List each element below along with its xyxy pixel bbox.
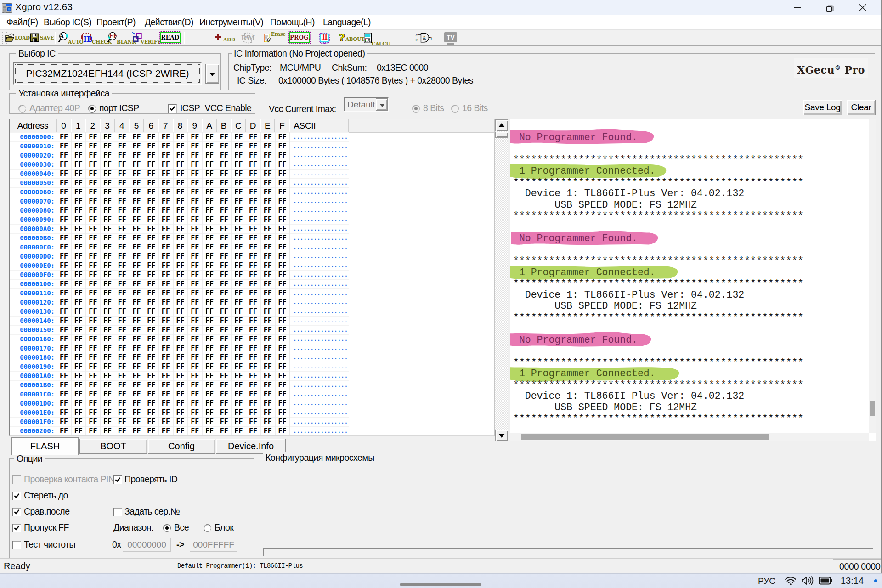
- vcc-imax-dropdown-button[interactable]: [376, 98, 388, 111]
- verify-after-checkbox[interactable]: [12, 508, 21, 516]
- vcc-imax-combo[interactable]: Default: [344, 97, 389, 112]
- hex-row[interactable]: 000000A0:FFFFFFFFFFFFFFFFFFFFFFFFFFFFFFF…: [10, 224, 494, 233]
- hex-col-header-D[interactable]: D: [246, 119, 260, 132]
- hex-col-header-5[interactable]: 5: [130, 119, 144, 132]
- check-id-checkbox[interactable]: [113, 475, 122, 484]
- hex-row[interactable]: 000001A0:FFFFFFFFFFFFFFFFFFFFFFFFFFFFFFF…: [10, 371, 494, 380]
- hex-row[interactable]: 00000000:FFFFFFFFFFFFFFFFFFFFFFFFFFFFFFF…: [10, 132, 494, 141]
- hex-row[interactable]: 000001F0:FFFFFFFFFFFFFFFFFFFFFFFFFFFFFFF…: [10, 417, 494, 426]
- log-vscrollbar-thumb[interactable]: [870, 401, 875, 416]
- hex-col-header-2[interactable]: 2: [85, 119, 100, 132]
- hex-col-header-8[interactable]: 8: [173, 119, 188, 132]
- hex-scroll-up-button[interactable]: [495, 119, 508, 131]
- log-panel[interactable]: No Programmer Found. *******************…: [510, 119, 876, 441]
- hex-row[interactable]: 00000020:FFFFFFFFFFFFFFFFFFFFFFFFFFFFFFF…: [10, 151, 494, 160]
- hex-scrollbar-track[interactable]: [495, 131, 508, 430]
- erase-before-checkbox[interactable]: [12, 492, 21, 500]
- menu-select-ic[interactable]: Выбор IC(S): [44, 15, 91, 29]
- hex-col-header-6[interactable]: 6: [144, 119, 158, 132]
- hex-col-header-1[interactable]: 1: [71, 119, 86, 132]
- hex-row[interactable]: 000000E0:FFFFFFFFFFFFFFFFFFFFFFFFFFFFFFF…: [10, 261, 494, 270]
- ic-select-combo[interactable]: PIC32MZ1024EFH144 (ICSP-2WIRE): [13, 62, 202, 85]
- clear-button[interactable]: Clear: [847, 100, 876, 115]
- hex-row[interactable]: 00000140:FFFFFFFFFFFFFFFFFFFFFFFFFFFFFFF…: [10, 316, 494, 325]
- range-all-radio[interactable]: [163, 524, 171, 532]
- hex-col-header-7[interactable]: 7: [158, 119, 173, 132]
- menu-project[interactable]: Проект(P): [96, 15, 136, 29]
- hex-row[interactable]: 00000100:FFFFFFFFFFFFFFFFFFFFFFFFFFFFFFF…: [10, 279, 494, 288]
- skip-ff-checkbox[interactable]: [12, 524, 21, 532]
- battery-icon[interactable]: [819, 576, 832, 585]
- minimize-button[interactable]: [783, 0, 811, 15]
- tab-flash[interactable]: FLASH: [11, 437, 79, 455]
- hex-row[interactable]: 00000130:FFFFFFFFFFFFFFFFFFFFFFFFFFFFFFF…: [10, 307, 494, 316]
- range-to-field[interactable]: 000FFFFF: [190, 538, 237, 552]
- menu-tools[interactable]: Инструменты(V): [199, 15, 263, 29]
- hex-col-header-9[interactable]: 9: [187, 119, 202, 132]
- serial-checkbox[interactable]: [113, 508, 122, 516]
- hex-col-header-F[interactable]: F: [275, 119, 290, 132]
- icsp-vcc-checkbox[interactable]: [168, 104, 177, 113]
- volume-icon[interactable]: [801, 576, 814, 586]
- icsp-port-radio[interactable]: [88, 105, 96, 113]
- menu-language[interactable]: Language(L): [323, 15, 371, 29]
- prog-button[interactable]: PROG.: [289, 32, 310, 43]
- hex-row[interactable]: 00000040:FFFFFFFFFFFFFFFFFFFFFFFFFFFFFFF…: [10, 169, 494, 178]
- tab-device-info[interactable]: Device.Info: [216, 439, 286, 454]
- hex-row[interactable]: 00000080:FFFFFFFFFFFFFFFFFFFFFFFFFFFFFFF…: [10, 206, 494, 215]
- menu-file[interactable]: Файл(F): [6, 15, 38, 29]
- save-log-button[interactable]: Save Log: [803, 100, 842, 115]
- taskbar-handle[interactable]: [400, 583, 481, 586]
- hex-row[interactable]: 00000120:FFFFFFFFFFFFFFFFFFFFFFFFFFFFFFF…: [10, 298, 494, 307]
- hex-row[interactable]: 00000190:FFFFFFFFFFFFFFFFFFFFFFFFFFFFFFF…: [10, 362, 494, 371]
- hex-row[interactable]: 00000070:FFFFFFFFFFFFFFFFFFFFFFFFFFFFFFF…: [10, 197, 494, 206]
- clean-test-checkbox[interactable]: [12, 541, 21, 549]
- hex-row[interactable]: 000000B0:FFFFFFFFFFFFFFFFFFFFFFFFFFFFFFF…: [10, 233, 494, 243]
- wifi-icon[interactable]: [785, 576, 797, 586]
- hex-col-header-0[interactable]: 0: [57, 119, 71, 132]
- hex-row[interactable]: 00000180:FFFFFFFFFFFFFFFFFFFFFFFFFFFFFFF…: [10, 353, 494, 362]
- hex-row[interactable]: 000000D0:FFFFFFFFFFFFFFFFFFFFFFFFFFFFFFF…: [10, 252, 494, 261]
- hex-col-header-4[interactable]: 4: [115, 119, 130, 132]
- hex-row[interactable]: 00000030:FFFFFFFFFFFFFFFFFFFFFFFFFFFFFFF…: [10, 160, 494, 169]
- tab-boot[interactable]: BOOT: [79, 439, 147, 454]
- hex-col-header-3[interactable]: 3: [100, 119, 115, 132]
- log-vscrollbar[interactable]: [869, 119, 876, 433]
- hex-col-header-C[interactable]: C: [231, 119, 246, 132]
- hex-row[interactable]: 000001B0:FFFFFFFFFFFFFFFFFFFFFFFFFFFFFFF…: [10, 380, 494, 390]
- hex-row[interactable]: 000001D0:FFFFFFFFFFFFFFFFFFFFFFFFFFFFFFF…: [10, 399, 494, 408]
- hex-table-body[interactable]: 00000000:FFFFFFFFFFFFFFFFFFFFFFFFFFFFFFF…: [10, 132, 494, 435]
- hex-row[interactable]: 00000170:FFFFFFFFFFFFFFFFFFFFFFFFFFFFFFF…: [10, 344, 494, 353]
- hex-row[interactable]: 00000160:FFFFFFFFFFFFFFFFFFFFFFFFFFFFFFF…: [10, 334, 494, 344]
- hex-row[interactable]: 00000200:FFFFFFFFFFFFFFFFFFFFFFFFFFFFFFF…: [10, 426, 494, 435]
- hex-row[interactable]: 00000060:FFFFFFFFFFFFFFFFFFFFFFFFFFFFFFF…: [10, 187, 494, 197]
- maximize-button[interactable]: [816, 0, 844, 15]
- menu-help[interactable]: Помощь(H): [270, 15, 315, 29]
- range-from-field[interactable]: 00000000: [123, 538, 171, 552]
- hex-row[interactable]: 00000050:FFFFFFFFFFFFFFFFFFFFFFFFFFFFFFF…: [10, 178, 494, 187]
- pin-check-checkbox[interactable]: [12, 475, 21, 484]
- read-button[interactable]: READ: [160, 32, 181, 43]
- hex-row[interactable]: 00000090:FFFFFFFFFFFFFFFFFFFFFFFFFFFFFFF…: [10, 215, 494, 224]
- hex-row[interactable]: 000000C0:FFFFFFFFFFFFFFFFFFFFFFFFFFFFFFF…: [10, 243, 494, 252]
- bits16-radio[interactable]: [451, 105, 459, 113]
- hex-col-header-E[interactable]: E: [260, 119, 275, 132]
- ic-select-dropdown-button[interactable]: [205, 64, 219, 84]
- taskbar-clock[interactable]: 13:14: [841, 576, 864, 586]
- hex-col-header-A[interactable]: A: [202, 119, 217, 132]
- hex-row[interactable]: 000000F0:FFFFFFFFFFFFFFFFFFFFFFFFFFFFFFF…: [10, 270, 494, 279]
- hex-col-header-B[interactable]: B: [217, 119, 232, 132]
- hex-row[interactable]: 00000010:FFFFFFFFFFFFFFFFFFFFFFFFFFFFFFF…: [10, 141, 494, 151]
- bits8-radio[interactable]: [412, 105, 420, 113]
- menu-actions[interactable]: Действия(D): [145, 15, 193, 29]
- range-block-radio[interactable]: [204, 524, 211, 532]
- log-hscrollbar[interactable]: [510, 433, 869, 441]
- taskbar-language[interactable]: РУС: [758, 576, 775, 586]
- hex-row[interactable]: 000001E0:FFFFFFFFFFFFFFFFFFFFFFFFFFFFFFF…: [10, 408, 494, 417]
- adapter-40p-radio[interactable]: [18, 105, 26, 113]
- log-hscrollbar-thumb[interactable]: [521, 434, 769, 440]
- hex-row[interactable]: 00000150:FFFFFFFFFFFFFFFFFFFFFFFFFFFFFFF…: [10, 325, 494, 334]
- tab-config[interactable]: Config: [148, 439, 215, 454]
- hex-col-header-filler[interactable]: [349, 119, 496, 132]
- hex-col-header-ASCII[interactable]: ASCII: [289, 119, 349, 132]
